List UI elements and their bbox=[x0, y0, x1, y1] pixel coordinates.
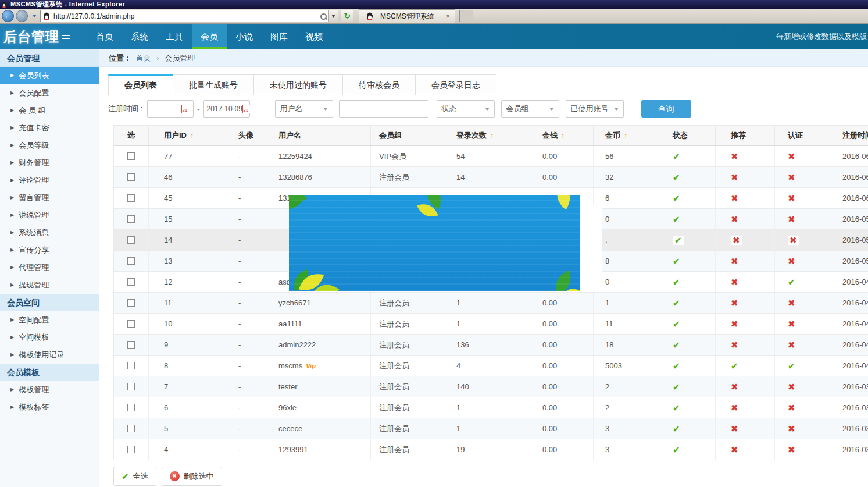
tab[interactable]: 批量生成账号 bbox=[173, 74, 254, 95]
sidebar-item[interactable]: ▶评论管理 bbox=[0, 172, 99, 189]
menu-toggle-icon[interactable] bbox=[62, 35, 72, 49]
recommend-toggle-icon[interactable]: ✖ bbox=[731, 236, 742, 245]
breadcrumb-home-link[interactable]: 首页 bbox=[136, 54, 151, 62]
recommend-toggle-icon[interactable]: ✖ bbox=[731, 215, 738, 224]
new-tab-button[interactable] bbox=[459, 10, 473, 22]
status-toggle-icon[interactable]: ✔ bbox=[673, 424, 680, 433]
recommend-toggle-icon[interactable]: ✖ bbox=[731, 257, 738, 266]
verified-toggle-icon[interactable]: ✖ bbox=[788, 152, 795, 161]
tab[interactable]: 待审核会员 bbox=[342, 74, 416, 95]
verified-toggle-icon[interactable]: ✖ bbox=[788, 194, 795, 203]
row-checkbox[interactable] bbox=[127, 383, 135, 390]
recommend-toggle-icon[interactable]: ✖ bbox=[731, 173, 738, 182]
status-select[interactable]: 状态 bbox=[437, 100, 495, 118]
browser-tab[interactable]: MSCMS管理系统 × bbox=[359, 9, 455, 23]
sidebar-item[interactable]: ▶提现管理 bbox=[0, 276, 99, 294]
row-checkbox[interactable] bbox=[127, 299, 135, 307]
column-header[interactable]: 登录次数↑ bbox=[448, 126, 528, 145]
status-toggle-icon[interactable]: ✔ bbox=[673, 340, 680, 350]
row-checkbox[interactable] bbox=[127, 215, 135, 223]
status-toggle-icon[interactable]: ✔ bbox=[673, 445, 680, 454]
status-toggle-icon[interactable]: ✔ bbox=[673, 361, 680, 371]
status-toggle-icon[interactable]: ✔ bbox=[673, 298, 680, 308]
sidebar-item[interactable]: ▶空间模板 bbox=[0, 329, 99, 346]
verified-toggle-icon[interactable]: ✔ bbox=[788, 361, 795, 371]
nav-item[interactable]: 系统 bbox=[122, 24, 157, 49]
column-header[interactable]: 金币↑ bbox=[594, 126, 656, 145]
verified-toggle-icon[interactable]: ✖ bbox=[788, 445, 795, 454]
row-checkbox[interactable] bbox=[127, 257, 135, 265]
verified-toggle-icon[interactable]: ✖ bbox=[788, 319, 795, 329]
select-all-button[interactable]: ✔ 全选 bbox=[113, 467, 156, 486]
verified-toggle-icon[interactable]: ✖ bbox=[788, 173, 795, 182]
verified-toggle-icon[interactable]: ✖ bbox=[788, 340, 795, 350]
forward-button[interactable]: → bbox=[16, 10, 28, 22]
row-checkbox[interactable] bbox=[127, 236, 135, 244]
recommend-toggle-icon[interactable]: ✖ bbox=[731, 340, 738, 350]
recommend-toggle-icon[interactable]: ✖ bbox=[731, 319, 738, 329]
row-checkbox[interactable] bbox=[127, 341, 135, 349]
row-checkbox[interactable] bbox=[127, 362, 135, 369]
nav-item[interactable]: 小说 bbox=[227, 24, 262, 49]
verified-toggle-icon[interactable]: ✖ bbox=[788, 257, 795, 266]
back-button[interactable]: ← bbox=[2, 10, 14, 22]
column-header[interactable]: 用户ID↑ bbox=[149, 126, 224, 145]
nav-item[interactable]: 首页 bbox=[87, 24, 122, 49]
sidebar-item[interactable]: ▶财务管理 bbox=[0, 154, 99, 172]
address-dropdown[interactable]: ▼ bbox=[328, 10, 338, 22]
sidebar-item[interactable]: ▶充值卡密 bbox=[0, 119, 99, 137]
sidebar-item[interactable]: ▶说说管理 bbox=[0, 207, 99, 224]
used-account-select[interactable]: 已使用账号 bbox=[566, 100, 624, 118]
tab[interactable]: 会员登录日志 bbox=[415, 74, 496, 95]
sidebar-item[interactable]: ▶模板标签 bbox=[0, 399, 99, 416]
verified-toggle-icon[interactable]: ✖ bbox=[788, 382, 795, 392]
recommend-toggle-icon[interactable]: ✖ bbox=[731, 403, 738, 413]
date-to-input[interactable]: 2017-10-09 31 bbox=[203, 100, 250, 118]
status-toggle-icon[interactable]: ✔ bbox=[673, 319, 680, 329]
sidebar-item[interactable]: ▶系统消息 bbox=[0, 224, 99, 241]
sidebar-item[interactable]: ▶会 员 组 bbox=[0, 102, 99, 119]
status-toggle-icon[interactable]: ✔ bbox=[673, 194, 680, 203]
status-toggle-icon[interactable]: ✔ bbox=[673, 382, 680, 392]
recommend-toggle-icon[interactable]: ✖ bbox=[731, 298, 738, 308]
verified-toggle-icon[interactable]: ✖ bbox=[788, 403, 795, 413]
sidebar-item[interactable]: ▶模板管理 bbox=[0, 381, 99, 399]
tab[interactable]: 未使用过的账号 bbox=[253, 74, 343, 95]
status-toggle-icon[interactable]: ✔ bbox=[673, 173, 680, 182]
field-select[interactable]: 用户名 bbox=[275, 100, 333, 118]
sidebar-item[interactable]: ▶会员列表 bbox=[0, 67, 99, 84]
nav-item[interactable]: 图库 bbox=[262, 24, 297, 49]
verified-toggle-icon[interactable]: ✖ bbox=[788, 215, 795, 224]
row-checkbox[interactable] bbox=[127, 446, 135, 453]
row-checkbox[interactable] bbox=[127, 173, 135, 181]
status-toggle-icon[interactable]: ✔ bbox=[673, 257, 680, 266]
calendar-icon[interactable]: 31 bbox=[242, 105, 251, 113]
row-checkbox[interactable] bbox=[127, 320, 135, 328]
address-bar[interactable]: http://127.0.0.1/admin.php ▼ bbox=[40, 10, 338, 22]
status-toggle-icon[interactable]: ✔ bbox=[673, 278, 680, 287]
sidebar-item[interactable]: ▶会员等级 bbox=[0, 137, 99, 154]
recommend-toggle-icon[interactable]: ✖ bbox=[731, 278, 738, 287]
delete-selected-button[interactable]: ✖ 删除选中 bbox=[162, 467, 222, 486]
verified-toggle-icon[interactable]: ✔ bbox=[788, 278, 795, 287]
recommend-toggle-icon[interactable]: ✖ bbox=[731, 424, 738, 433]
status-toggle-icon[interactable]: ✔ bbox=[673, 403, 680, 413]
date-from-input[interactable]: 31 bbox=[147, 100, 194, 118]
verified-toggle-icon[interactable]: ✖ bbox=[788, 298, 795, 308]
keyword-input[interactable] bbox=[339, 100, 428, 118]
sidebar-item[interactable]: ▶空间配置 bbox=[0, 311, 99, 329]
row-checkbox[interactable] bbox=[127, 404, 135, 411]
status-toggle-icon[interactable]: ✔ bbox=[673, 236, 684, 245]
sidebar-item[interactable]: ▶会员配置 bbox=[0, 84, 99, 102]
row-checkbox[interactable] bbox=[127, 425, 135, 432]
search-icon[interactable] bbox=[319, 12, 327, 20]
nav-item[interactable]: 视频 bbox=[297, 24, 331, 49]
sidebar-item[interactable]: ▶留言管理 bbox=[0, 189, 99, 207]
tab-close-icon[interactable]: × bbox=[446, 13, 451, 20]
search-button[interactable]: 查询 bbox=[641, 100, 691, 118]
recommend-toggle-icon[interactable]: ✖ bbox=[731, 152, 738, 161]
nav-item[interactable]: 会员 bbox=[192, 24, 227, 49]
row-checkbox[interactable] bbox=[127, 152, 135, 160]
history-dropdown-icon[interactable] bbox=[32, 15, 37, 17]
sidebar-item[interactable]: ▶代理管理 bbox=[0, 259, 99, 276]
